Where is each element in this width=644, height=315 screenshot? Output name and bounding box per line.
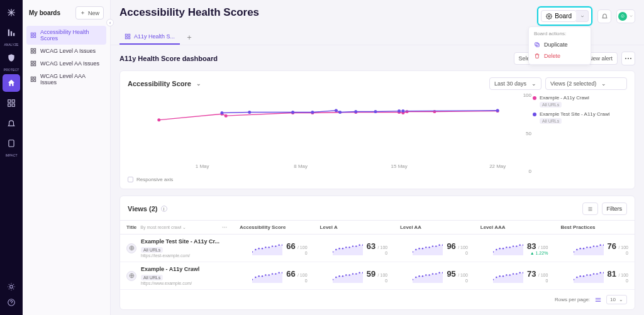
sidebar: My boards ＋New Accessibility Health Scor… [23, 0, 111, 315]
svg-point-55 [496, 109, 499, 112]
svg-rect-27 [128, 34, 130, 36]
svg-point-70 [342, 248, 343, 249]
svg-point-53 [397, 109, 401, 113]
svg-point-114 [272, 273, 273, 274]
rail-help-icon[interactable] [7, 282, 16, 293]
info-icon[interactable]: i [161, 206, 167, 212]
svg-point-64 [275, 245, 276, 246]
svg-point-124 [352, 273, 353, 274]
svg-point-81 [426, 246, 427, 248]
new-board-button[interactable]: ＋New [75, 6, 104, 19]
menu-delete[interactable]: Delete [529, 50, 591, 62]
rail-boards[interactable] [3, 94, 20, 112]
rail-home[interactable] [3, 74, 20, 92]
responsive-axis-toggle[interactable]: Responsive axis [128, 177, 627, 182]
table-row[interactable]: Example Test Site - A11y Cr...All URLsht… [120, 235, 635, 262]
notifications-button[interactable] [597, 9, 611, 23]
rail-settings-icon[interactable] [7, 298, 16, 309]
chevron-down-icon [580, 14, 585, 19]
rail-impact[interactable] [3, 135, 20, 152]
board-actions-menu: Board actions: Duplicate Delete [528, 26, 591, 65]
rail-logo[interactable] [3, 4, 20, 21]
svg-rect-9 [31, 36, 33, 38]
svg-point-140 [499, 275, 500, 277]
svg-point-23 [548, 15, 550, 17]
svg-point-74 [355, 245, 357, 246]
svg-point-59 [258, 248, 260, 249]
column-header[interactable]: Best Practices [554, 221, 635, 235]
board-caret-button[interactable] [576, 10, 589, 22]
svg-point-62 [269, 246, 270, 248]
svg-point-69 [338, 248, 340, 249]
table-row[interactable]: Example - A11y CrawlAll URLshttps://www.… [120, 262, 635, 290]
filters-button[interactable]: Filters [602, 202, 628, 215]
tab-a11y-health[interactable]: A11y Health S... [119, 30, 180, 45]
svg-point-94 [516, 245, 517, 246]
chart-area: 1 May8 May15 May22 May [128, 92, 529, 174]
add-tab-button[interactable]: ＋ [182, 30, 196, 44]
dashboard-more-button[interactable]: ⋯ [621, 52, 635, 65]
svg-point-122 [345, 274, 347, 275]
density-icon[interactable] [595, 297, 601, 302]
board-button[interactable]: Board [541, 10, 577, 22]
columns-button[interactable] [582, 202, 598, 215]
svg-point-65 [279, 244, 280, 245]
svg-point-141 [502, 275, 504, 277]
svg-point-98 [576, 248, 577, 250]
svg-rect-17 [31, 64, 33, 66]
svg-point-85 [439, 244, 440, 245]
views-select[interactable]: Views (2 selected)⌄ [545, 77, 627, 90]
rows-per-page-select[interactable]: 10⌄ [606, 295, 627, 304]
rail-protect[interactable] [3, 49, 20, 67]
menu-duplicate[interactable]: Duplicate [529, 39, 591, 50]
svg-point-143 [509, 274, 510, 275]
svg-rect-15 [31, 61, 33, 63]
svg-point-103 [592, 245, 594, 246]
board-menu-highlight: Board Board actions: Duplicate Delete [537, 6, 592, 26]
sidebar-item[interactable]: WCAG Level A Issues [26, 45, 106, 57]
rail-analyze[interactable] [3, 24, 20, 41]
views-table: TitleBy most recent crawl ⌄ ⋯Accessibili… [120, 220, 635, 290]
svg-point-42 [406, 110, 409, 113]
board-actions-title: Board actions: [529, 30, 591, 39]
account-menu[interactable]: ☺ [616, 9, 635, 23]
board-icon [30, 32, 36, 38]
column-header[interactable]: Level AA [394, 221, 474, 235]
legend-item: Example Test Site - A11y CrawlAll URLs [533, 111, 627, 124]
svg-rect-8 [34, 33, 36, 35]
svg-point-45 [220, 111, 223, 114]
column-header[interactable]: Level A [314, 221, 394, 235]
sparkline [333, 241, 363, 255]
svg-point-151 [582, 275, 584, 277]
svg-rect-10 [34, 36, 36, 38]
chart-title[interactable]: Accessibility Score⌄ [128, 80, 201, 87]
svg-point-89 [499, 248, 500, 249]
svg-point-104 [596, 245, 597, 246]
svg-point-134 [432, 273, 433, 274]
avatar-icon: ☺ [618, 12, 627, 21]
svg-point-72 [348, 246, 350, 248]
svg-point-73 [352, 245, 353, 246]
sidebar-item-label: WCAG Level AA Issues [40, 60, 99, 67]
legend-dot-icon [533, 113, 536, 116]
svg-rect-26 [125, 34, 127, 36]
svg-point-90 [502, 248, 504, 249]
rail-analyze-label: ANALYZE [4, 43, 18, 47]
column-header[interactable]: Level AAA [474, 221, 555, 235]
svg-point-123 [348, 274, 350, 275]
date-range-select[interactable]: Last 30 days⌄ [489, 77, 541, 90]
sidebar-item[interactable]: WCAG Level AAA Issues [26, 70, 106, 89]
svg-rect-20 [34, 77, 36, 79]
column-header[interactable]: Accessibility Score [233, 221, 314, 235]
svg-text:8 May: 8 May [294, 163, 308, 169]
sparkline [252, 241, 282, 255]
column-header[interactable]: TitleBy most recent crawl ⌄ ⋯ [120, 221, 233, 235]
dashboard-icon [125, 33, 131, 40]
trash-icon [534, 53, 540, 59]
svg-point-100 [582, 248, 584, 249]
checkbox-icon [128, 177, 133, 182]
rail-alerts[interactable] [3, 114, 20, 132]
sidebar-item[interactable]: WCAG Level AA Issues [26, 57, 106, 70]
sidebar-item[interactable]: Accessibility Health Scores [26, 26, 106, 45]
svg-text:1 May: 1 May [196, 163, 209, 169]
